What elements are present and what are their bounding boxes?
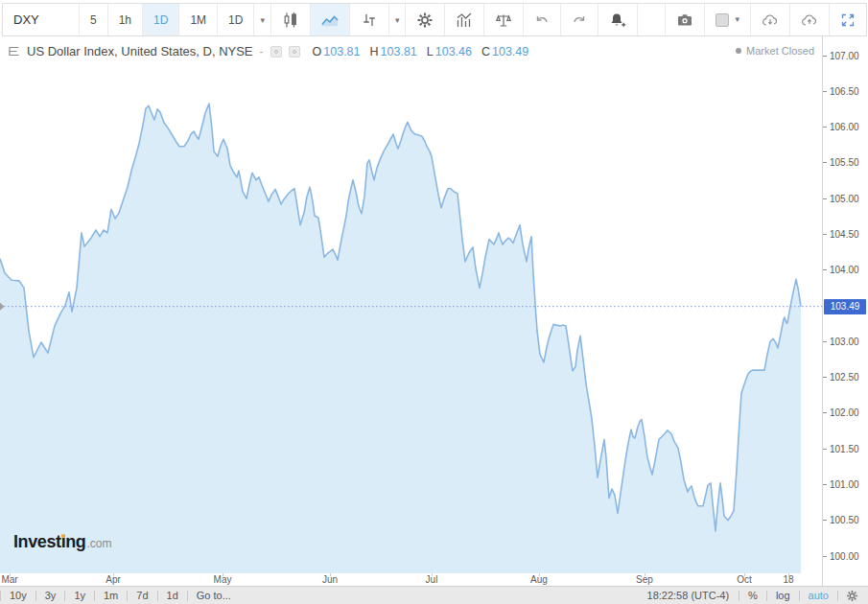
bottom-toolbar-right: 18:22:58 (UTC-4) % log auto bbox=[638, 590, 868, 602]
range-7d-button[interactable]: 7d bbox=[128, 590, 156, 601]
interval-1m-button[interactable]: 1M bbox=[179, 4, 218, 35]
interval-1h-button[interactable]: 1h bbox=[108, 4, 143, 35]
time-tick-label: May bbox=[214, 574, 232, 585]
range-3y-button[interactable]: 3y bbox=[36, 590, 65, 601]
range-1d-button[interactable]: 1d bbox=[158, 590, 187, 601]
time-tick-label: Apr bbox=[106, 574, 121, 585]
tick-dash bbox=[823, 449, 827, 450]
fullscreen-button[interactable] bbox=[829, 4, 866, 35]
price-tick: 103.00 bbox=[823, 336, 868, 347]
chart-legend: US Dollar Index, United States, D, NYSE … bbox=[9, 44, 528, 58]
price-area-fill bbox=[0, 104, 801, 573]
open-value: 103.81 bbox=[323, 45, 360, 58]
legend-separator: - bbox=[260, 45, 264, 58]
investing-logo[interactable]: Investing .com bbox=[13, 532, 111, 552]
tick-dash bbox=[823, 484, 827, 485]
time-tick-label: Jun bbox=[322, 574, 338, 585]
tick-dash bbox=[823, 234, 827, 235]
price-tick: 107.00 bbox=[823, 50, 868, 61]
range-10y-button[interactable]: 10y bbox=[1, 590, 35, 601]
fullscreen-expand-icon bbox=[840, 12, 856, 28]
compare-scales-button[interactable] bbox=[484, 4, 524, 35]
tick-dash bbox=[823, 341, 827, 342]
interval-1d-button[interactable]: 1D bbox=[143, 4, 179, 35]
time-axis[interactable]: MarAprMayJunJulAugSepOct18 bbox=[0, 573, 822, 586]
chart-type-dropdown-caret[interactable]: ▾ bbox=[389, 4, 407, 35]
logo-orange-dot: i bbox=[61, 532, 66, 551]
instrument-title[interactable]: US Dollar Index, United States, D, NYSE bbox=[27, 44, 253, 58]
legend-eye-icon[interactable] bbox=[270, 46, 282, 58]
save-chart-button[interactable] bbox=[789, 4, 829, 35]
range-1m-button[interactable]: 1m bbox=[95, 590, 127, 601]
cloud-upload-icon bbox=[801, 12, 818, 29]
price-tick: 104.00 bbox=[823, 265, 868, 276]
chart-pane[interactable]: US Dollar Index, United States, D, NYSE … bbox=[0, 36, 822, 573]
interval-1d-secondary-button[interactable]: 1D bbox=[218, 4, 254, 35]
area-chart-type-button[interactable] bbox=[311, 4, 350, 35]
current-price-label: 103.49 bbox=[824, 299, 866, 314]
candlestick-chart-type-button[interactable] bbox=[271, 4, 311, 35]
tick-dash bbox=[823, 56, 827, 57]
indicators-button[interactable] bbox=[445, 4, 484, 35]
tick-dash bbox=[823, 377, 827, 378]
time-tick-label: Aug bbox=[530, 574, 548, 585]
area-chart-icon bbox=[321, 12, 339, 29]
load-chart-button[interactable] bbox=[750, 4, 789, 35]
price-tick: 100.00 bbox=[823, 550, 868, 562]
market-status-dot-icon bbox=[736, 48, 741, 54]
camera-icon bbox=[676, 12, 693, 29]
time-tick-label: 18 bbox=[783, 574, 793, 585]
market-status-text: Market Closed bbox=[746, 45, 814, 57]
legend-settings-icon[interactable] bbox=[289, 46, 300, 58]
undo-button[interactable] bbox=[524, 4, 561, 35]
tick-dash bbox=[823, 269, 827, 270]
high-label: H bbox=[370, 45, 379, 58]
candlestick-icon bbox=[282, 12, 299, 29]
tick-dash bbox=[823, 162, 827, 163]
market-status: Market Closed bbox=[736, 45, 814, 57]
layout-square-icon bbox=[716, 13, 729, 27]
legend-menu-icon[interactable] bbox=[9, 46, 20, 57]
price-tick: 101.50 bbox=[823, 443, 868, 454]
time-tick-label: Oct bbox=[737, 574, 752, 585]
percent-scale-button[interactable]: % bbox=[739, 590, 766, 601]
style-settings-button[interactable] bbox=[350, 4, 389, 35]
ohlc-readout: O103.81 H103.81 L103.46 C103.49 bbox=[313, 45, 529, 58]
close-value: 103.49 bbox=[492, 45, 528, 58]
price-tick: 102.50 bbox=[823, 372, 868, 383]
open-label: O bbox=[313, 45, 322, 58]
chart-properties-button[interactable] bbox=[406, 4, 445, 35]
price-area-chart[interactable] bbox=[0, 36, 822, 573]
redo-button[interactable] bbox=[561, 4, 598, 35]
logo-tld: .com bbox=[86, 537, 111, 550]
price-axis[interactable]: 103.49 107.00106.50106.00105.50105.00104… bbox=[822, 36, 868, 586]
tick-dash bbox=[823, 127, 827, 128]
symbol-input[interactable]: DXY bbox=[3, 4, 80, 35]
auto-scale-button[interactable]: auto bbox=[800, 590, 837, 601]
price-tick: 105.50 bbox=[823, 157, 868, 169]
snapshot-button[interactable] bbox=[665, 4, 704, 35]
tick-dash bbox=[823, 91, 827, 92]
tick-dash bbox=[823, 198, 827, 199]
time-tick-label: Jul bbox=[426, 574, 438, 585]
interval-5-button[interactable]: 5 bbox=[80, 4, 108, 35]
clock-display[interactable]: 18:22:58 (UTC-4) bbox=[638, 590, 739, 601]
tick-dash bbox=[823, 556, 827, 557]
range-1y-button[interactable]: 1y bbox=[65, 590, 94, 601]
time-tick-label: Sep bbox=[636, 574, 653, 585]
price-tick: 104.50 bbox=[823, 228, 868, 240]
hi-lo-style-icon bbox=[361, 12, 378, 29]
gear-icon bbox=[846, 590, 858, 602]
layout-select-button[interactable]: ▾ bbox=[704, 4, 750, 35]
scales-icon bbox=[495, 12, 512, 29]
price-tick: 105.00 bbox=[823, 193, 868, 204]
indicators-icon bbox=[456, 12, 473, 29]
axis-settings-button[interactable] bbox=[838, 590, 868, 602]
goto-date-button[interactable]: Go to... bbox=[188, 590, 240, 601]
price-tick: 100.50 bbox=[823, 515, 868, 526]
log-scale-button[interactable]: log bbox=[767, 590, 799, 601]
price-tick: 102.00 bbox=[823, 407, 868, 419]
chart-widget: DXY 5 1h 1D 1M 1D ▾ bbox=[0, 0, 868, 604]
interval-dropdown-caret[interactable]: ▾ bbox=[254, 4, 271, 35]
create-alert-button[interactable] bbox=[598, 4, 638, 35]
